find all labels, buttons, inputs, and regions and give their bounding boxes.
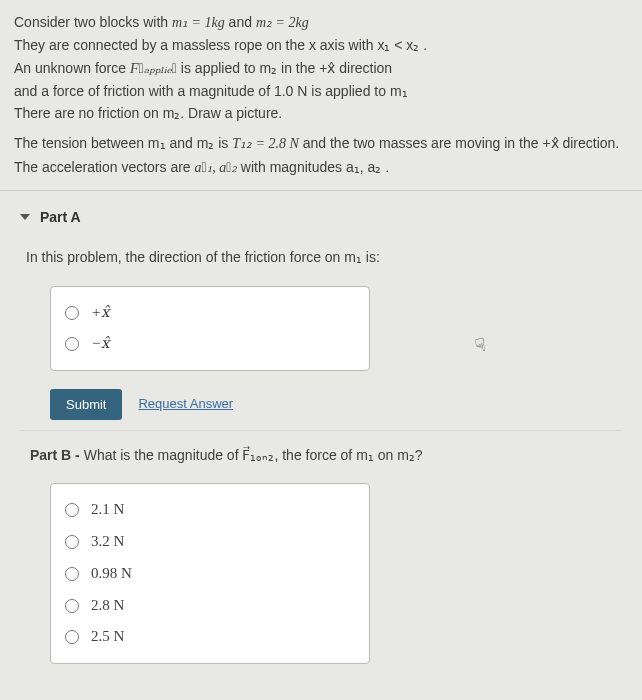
problem-line5: There are no friction on m₂. Draw a pict…	[14, 103, 628, 123]
text: and a force of friction with a magnitude…	[14, 83, 408, 99]
text: with magnitudes a₁, a₂ .	[237, 159, 389, 175]
problem-line7: The acceleration vectors are a⃗₁, a⃗₂ wi…	[14, 157, 628, 178]
choice-label: 3.2 N	[91, 531, 124, 553]
math-a1a2: a⃗₁, a⃗₂	[195, 160, 237, 175]
math-t12: T₁₂ = 2.8 N	[232, 136, 299, 151]
choice-2-8n[interactable]: 2.8 N	[65, 590, 355, 622]
radio-3-2n[interactable]	[65, 535, 79, 549]
part-b-question: What is the magnitude of F⃗₁ₒₙ₂, the for…	[84, 447, 423, 463]
text: There are no friction on m₂. Draw a pict…	[14, 105, 282, 121]
text: An unknown force	[14, 60, 130, 76]
radio-0-98n[interactable]	[65, 567, 79, 581]
text: The acceleration vectors are	[14, 159, 195, 175]
problem-line2: They are connected by a massless rope on…	[14, 35, 628, 55]
text: In this problem, the direction of the fr…	[26, 249, 380, 265]
text: They are connected by a massless rope on…	[14, 37, 427, 53]
choice-label: −x̂	[91, 333, 110, 355]
text: and the two masses are moving in the +x̂…	[299, 135, 619, 151]
choice-0-98n[interactable]: 0.98 N	[65, 558, 355, 590]
part-a-question: In this problem, the direction of the fr…	[26, 247, 622, 267]
part-a-title: Part A	[40, 207, 81, 227]
choice-label: +x̂	[91, 302, 110, 324]
part-a-heading[interactable]: Part A	[20, 207, 622, 227]
text: Consider two blocks with	[14, 14, 172, 30]
radio-minus-x[interactable]	[65, 337, 79, 351]
math-fapplied: F⃗ₐₚₚₗᵢₑ𝒹	[130, 61, 177, 76]
radio-plus-x[interactable]	[65, 306, 79, 320]
choice-2-5n[interactable]: 2.5 N	[65, 621, 355, 653]
choice-label: 2.1 N	[91, 499, 124, 521]
problem-line3: An unknown force F⃗ₐₚₚₗᵢₑ𝒹 is applied to…	[14, 58, 628, 79]
radio-2-1n[interactable]	[65, 503, 79, 517]
math-m2: m₂ = 2kg	[256, 15, 309, 30]
caret-down-icon	[20, 214, 30, 220]
problem-line6: The tension between m₁ and m₂ is T₁₂ = 2…	[14, 133, 628, 154]
part-b-label: Part B -	[30, 447, 84, 463]
text: The tension between m₁ and m₂ is	[14, 135, 232, 151]
choice-3-2n[interactable]: 3.2 N	[65, 526, 355, 558]
choice-label: 2.5 N	[91, 626, 124, 648]
request-answer-link[interactable]: Request Answer	[138, 395, 233, 414]
problem-line4: and a force of friction with a magnitude…	[14, 81, 628, 101]
problem-statement: Consider two blocks with m₁ = 1kg and m₂…	[0, 0, 642, 191]
choice-label: 2.8 N	[91, 595, 124, 617]
radio-2-8n[interactable]	[65, 599, 79, 613]
choice-minus-x[interactable]: −x̂	[65, 328, 355, 360]
part-a-choices: +x̂ −x̂	[50, 286, 370, 372]
choice-2-1n[interactable]: 2.1 N	[65, 494, 355, 526]
part-a-actions: Submit Request Answer	[50, 389, 622, 420]
radio-2-5n[interactable]	[65, 630, 79, 644]
submit-button[interactable]: Submit	[50, 389, 122, 420]
text: and	[225, 14, 256, 30]
text: is applied to m₂ in the +x̂ direction	[177, 60, 392, 76]
part-a-section: Part A In this problem, the direction of…	[0, 191, 642, 674]
cursor-hand-icon: ☟	[473, 331, 488, 359]
problem-line1: Consider two blocks with m₁ = 1kg and m₂…	[14, 12, 628, 33]
part-b-choices: 2.1 N 3.2 N 0.98 N 2.8 N 2.5 N	[50, 483, 370, 664]
math-m1: m₁ = 1kg	[172, 15, 225, 30]
part-b-heading[interactable]: Part B - What is the magnitude of F⃗₁ₒₙ₂…	[20, 430, 622, 483]
choice-label: 0.98 N	[91, 563, 132, 585]
choice-plus-x[interactable]: +x̂	[65, 297, 355, 329]
